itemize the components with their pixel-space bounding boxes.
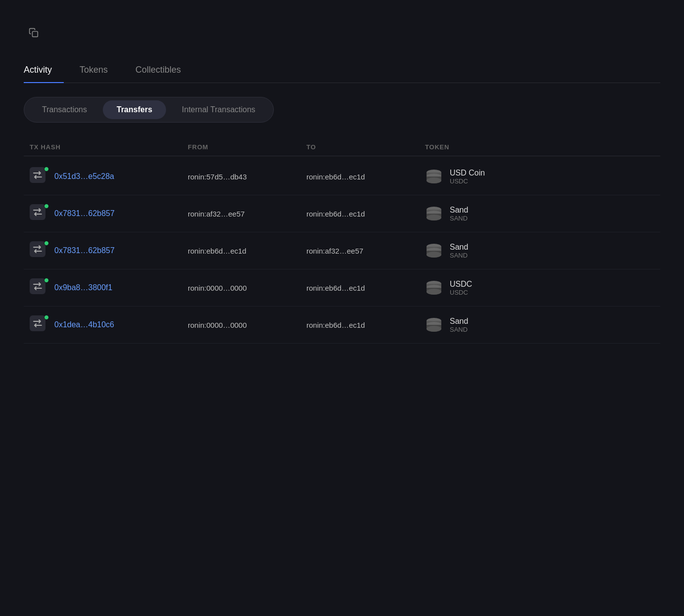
col-header-txhash: TX HASH xyxy=(30,143,188,151)
svg-point-3 xyxy=(427,177,441,183)
svg-point-6 xyxy=(427,215,441,220)
address-row xyxy=(24,28,660,38)
tx-status-icon xyxy=(30,204,48,223)
transfer-arrows-icon xyxy=(30,315,45,331)
from-address: ronin:0000…0000 xyxy=(188,284,306,292)
token-name: USDC xyxy=(450,279,472,289)
token-info: USD Coin USDC xyxy=(450,168,485,185)
tx-status-icon xyxy=(30,315,48,334)
token-name: Sand xyxy=(450,242,468,252)
token-cell: Sand SAND xyxy=(425,242,654,260)
token-icon xyxy=(425,168,443,185)
table-body: 0x51d3…e5c28a ronin:57d5…db43 ronin:eb6d… xyxy=(24,158,660,344)
tx-hash-value[interactable]: 0x9ba8…3800f1 xyxy=(54,283,112,292)
tx-hash-value[interactable]: 0x7831…62b857 xyxy=(54,246,115,255)
tx-status-icon xyxy=(30,241,48,260)
tx-hash-cell: 0x7831…62b857 xyxy=(30,241,188,260)
svg-point-15 xyxy=(427,326,441,332)
tx-hash-cell: 0x1dea…4b10c6 xyxy=(30,315,188,334)
table-row: 0x51d3…e5c28a ronin:57d5…db43 ronin:eb6d… xyxy=(24,158,660,195)
tx-hash-value[interactable]: 0x51d3…e5c28a xyxy=(54,172,114,181)
table-row: 0x1dea…4b10c6 ronin:0000…0000 ronin:eb6d… xyxy=(24,307,660,344)
copy-icon[interactable] xyxy=(29,28,39,38)
token-cell: Sand SAND xyxy=(425,316,654,334)
transfer-arrows-icon xyxy=(30,241,45,257)
from-address: ronin:eb6d…ec1d xyxy=(188,247,306,255)
token-name: USD Coin xyxy=(450,168,485,177)
to-address: ronin:af32…ee57 xyxy=(306,247,425,255)
status-dot xyxy=(44,241,49,246)
svg-point-9 xyxy=(427,252,441,258)
token-cell: USD Coin USDC xyxy=(425,168,654,185)
tx-status-icon xyxy=(30,278,48,297)
col-header-token: TOKEN xyxy=(425,143,654,151)
token-cell: Sand SAND xyxy=(425,205,654,222)
svg-point-12 xyxy=(427,289,441,295)
filter-bar: Transactions Transfers Internal Transact… xyxy=(24,97,274,123)
token-symbol: USDC xyxy=(450,289,472,296)
status-dot xyxy=(44,315,49,320)
from-address: ronin:af32…ee57 xyxy=(188,210,306,218)
tabs-bar: Activity Tokens Collectibles xyxy=(24,57,660,83)
transfers-table: TX HASH FROM TO TOKEN 0x51d3…e5c28a roni… xyxy=(24,138,660,344)
token-name: Sand xyxy=(450,316,468,326)
filter-internal-transactions[interactable]: Internal Transactions xyxy=(168,100,269,119)
transfer-arrows-icon xyxy=(30,204,45,220)
token-icon xyxy=(425,205,443,222)
from-address: ronin:57d5…db43 xyxy=(188,173,306,181)
tx-hash-value[interactable]: 0x7831…62b857 xyxy=(54,209,115,218)
to-address: ronin:eb6d…ec1d xyxy=(306,173,425,181)
table-row: 0x7831…62b857 ronin:eb6d…ec1d ronin:af32… xyxy=(24,232,660,269)
status-dot xyxy=(44,278,49,283)
table-row: 0x9ba8…3800f1 ronin:0000…0000 ronin:eb6d… xyxy=(24,269,660,307)
token-symbol: SAND xyxy=(450,215,468,222)
token-name: Sand xyxy=(450,205,468,215)
token-cell: USDC USDC xyxy=(425,279,654,297)
svg-rect-0 xyxy=(33,32,38,37)
tx-hash-cell: 0x7831…62b857 xyxy=(30,204,188,223)
token-icon xyxy=(425,316,443,334)
table-header: TX HASH FROM TO TOKEN xyxy=(24,138,660,156)
tx-hash-value[interactable]: 0x1dea…4b10c6 xyxy=(54,320,114,329)
token-symbol: USDC xyxy=(450,177,485,185)
transfer-arrows-icon xyxy=(30,278,45,294)
to-address: ronin:eb6d…ec1d xyxy=(306,210,425,218)
col-header-to: TO xyxy=(306,143,425,151)
token-info: Sand SAND xyxy=(450,205,468,222)
token-icon xyxy=(425,242,443,260)
token-info: USDC USDC xyxy=(450,279,472,296)
tab-tokens[interactable]: Tokens xyxy=(80,58,120,83)
status-dot xyxy=(44,167,49,172)
tx-hash-cell: 0x9ba8…3800f1 xyxy=(30,278,188,297)
token-icon xyxy=(425,279,443,297)
tx-hash-cell: 0x51d3…e5c28a xyxy=(30,167,188,186)
tx-status-icon xyxy=(30,167,48,186)
to-address: ronin:eb6d…ec1d xyxy=(306,321,425,329)
token-symbol: SAND xyxy=(450,326,468,333)
tab-collectibles[interactable]: Collectibles xyxy=(135,58,193,83)
from-address: ronin:0000…0000 xyxy=(188,321,306,329)
to-address: ronin:eb6d…ec1d xyxy=(306,284,425,292)
token-info: Sand SAND xyxy=(450,242,468,259)
status-dot xyxy=(44,204,49,209)
tab-activity[interactable]: Activity xyxy=(24,58,64,83)
transfer-arrows-icon xyxy=(30,167,45,183)
table-row: 0x7831…62b857 ronin:af32…ee57 ronin:eb6d… xyxy=(24,195,660,232)
col-header-from: FROM xyxy=(188,143,306,151)
filter-transfers[interactable]: Transfers xyxy=(103,100,166,119)
token-symbol: SAND xyxy=(450,252,468,259)
filter-transactions[interactable]: Transactions xyxy=(28,100,101,119)
token-info: Sand SAND xyxy=(450,316,468,333)
